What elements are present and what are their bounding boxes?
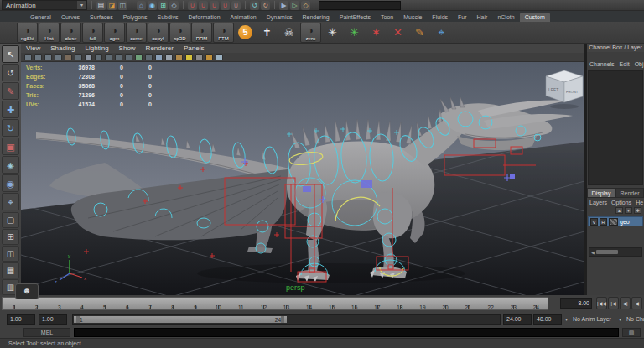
shelf-item-bone-icon[interactable]: ⌖: [431, 23, 452, 43]
resolution-gate-icon[interactable]: [105, 54, 112, 60]
shelf-item-paint-skin-icon[interactable]: ✎: [409, 23, 430, 43]
step-back-frame-button[interactable]: ◀|: [620, 297, 631, 309]
frame-cell[interactable]: 17: [366, 298, 388, 309]
layer-row[interactable]: V R geo: [588, 216, 643, 226]
anim-end-field[interactable]: 48.00: [533, 314, 562, 325]
frame-cell[interactable]: 20: [434, 298, 456, 309]
scene-area[interactable]: Verts: 36978 0 0 Edges: 72308 0 0: [21, 62, 584, 295]
film-gate-icon[interactable]: [95, 54, 102, 60]
shelf-item-ik-handle-icon[interactable]: ✶: [366, 23, 387, 43]
select-camera-icon[interactable]: [24, 54, 32, 60]
shelf-item-zero[interactable]: ◑ zero: [300, 23, 321, 43]
open-scene-icon[interactable]: ◪: [107, 1, 117, 10]
shelf-tab[interactable]: nCloth: [492, 13, 519, 22]
frame-cell[interactable]: 19: [411, 298, 434, 309]
universal-manipulator-tool[interactable]: ◈: [2, 156, 19, 174]
panel-menu-item[interactable]: Shading: [50, 44, 75, 52]
frame-cell[interactable]: 4: [70, 298, 93, 309]
playback-start-field[interactable]: 1.00: [7, 314, 35, 325]
2d-pan-zoom-icon[interactable]: [75, 54, 82, 60]
quick-select-input[interactable]: [319, 1, 401, 10]
safe-title-icon[interactable]: [145, 54, 153, 60]
shelf-tab[interactable]: Rendering: [297, 13, 334, 22]
frame-cell[interactable]: 22: [480, 298, 502, 309]
new-layer-button[interactable]: ✚: [634, 207, 641, 214]
shelf-tab[interactable]: Polygons: [118, 13, 153, 22]
select-tool[interactable]: ↖: [2, 45, 19, 63]
mel-button[interactable]: MEL: [23, 328, 70, 337]
frame-cell[interactable]: 23: [502, 298, 525, 309]
menu-set-selector[interactable]: Animation ▾: [2, 0, 87, 10]
select-component-icon[interactable]: ⊞: [158, 1, 168, 10]
shelf-item-RRM[interactable]: ◑ RRM: [191, 23, 212, 43]
frame-cell[interactable]: 21: [457, 298, 480, 309]
persp-outliner-layout-button[interactable]: ◫: [2, 246, 19, 262]
frame-cell[interactable]: 24: [525, 298, 548, 309]
camera-attributes-icon[interactable]: [44, 54, 52, 60]
time-slider[interactable]: 123456789101112131415161718192021222324: [2, 297, 548, 310]
shelf-tab[interactable]: Custom: [520, 13, 550, 22]
shelf-item-character-icon[interactable]: ✝: [257, 23, 278, 43]
ipr-render-icon[interactable]: ▷: [290, 1, 299, 10]
textured-icon[interactable]: [175, 54, 183, 60]
character-caret-icon[interactable]: ▾: [619, 316, 621, 322]
shadows-icon[interactable]: [195, 54, 203, 60]
panel-menu-item[interactable]: View: [26, 44, 40, 52]
range-slider-track[interactable]: 1 24: [72, 314, 501, 325]
shelf-item-sp3D[interactable]: ◑ sp3D: [169, 23, 190, 43]
frame-cell[interactable]: 15: [320, 298, 343, 309]
shelf-item-Hist[interactable]: ◑ Hist: [39, 23, 60, 43]
safe-action-icon[interactable]: [135, 54, 143, 60]
layer-editor-tab[interactable]: Render: [615, 188, 644, 198]
current-time-field[interactable]: 8.00: [560, 298, 592, 309]
shelf-item-ngSki[interactable]: ◑ ngSki: [17, 23, 38, 43]
channel-box-menu-item[interactable]: Channels: [589, 61, 615, 67]
single-pane-layout-button[interactable]: ▢: [2, 212, 19, 228]
save-scene-icon[interactable]: ◫: [118, 1, 127, 10]
frame-cell[interactable]: 18: [388, 298, 411, 309]
scrollbar-thumb[interactable]: [596, 250, 618, 254]
paint-select-tool[interactable]: ✎: [2, 82, 19, 100]
frame-cell[interactable]: 2: [25, 298, 48, 309]
panel-menu-item[interactable]: Renderer: [146, 44, 174, 52]
frame-cell[interactable]: 13: [275, 298, 298, 309]
move-layer-up-button[interactable]: ▲: [615, 207, 623, 214]
use-all-lights-icon[interactable]: [185, 54, 193, 60]
shelf-tab[interactable]: PaintEffects: [335, 13, 376, 22]
channel-box-list[interactable]: [588, 70, 643, 185]
anim-start-field[interactable]: 1.00: [39, 314, 67, 325]
lock-camera-icon[interactable]: [34, 54, 42, 60]
layer-editor-tab[interactable]: Display: [587, 188, 615, 198]
scroll-left-icon[interactable]: ◀: [589, 250, 596, 255]
grid-icon[interactable]: [85, 54, 92, 60]
four-pane-layout-button[interactable]: ⊞: [2, 229, 19, 245]
snap-live-icon[interactable]: ∪: [231, 1, 241, 10]
shelf-tab[interactable]: Dynamics: [262, 13, 298, 22]
layer-color-swatch[interactable]: [609, 218, 618, 226]
frame-cell[interactable]: 8: [162, 298, 184, 309]
shelf-tab[interactable]: Animation: [226, 13, 262, 22]
shelf-item-copyI[interactable]: ◑ copyI: [148, 23, 169, 43]
snap-plane-icon[interactable]: ∪: [221, 1, 230, 10]
anim-layer-caret-icon[interactable]: ▾: [565, 316, 568, 322]
move-tool[interactable]: ✚: [2, 101, 19, 118]
view-cube-front-label[interactable]: FRONT: [566, 90, 579, 94]
frame-cell[interactable]: 10: [207, 298, 230, 309]
shelf-tab[interactable]: Toon: [376, 13, 398, 22]
shelf-item-joint-icon[interactable]: ✳: [344, 23, 365, 43]
field-chart-icon[interactable]: [125, 54, 132, 60]
layer-menu-item[interactable]: Layers: [589, 200, 607, 205]
anim-layer-dropdown[interactable]: No Anim Layer: [573, 316, 611, 322]
shelf-item-full[interactable]: ◑ full: [82, 23, 103, 43]
shelf-item-come[interactable]: ◑ come: [126, 23, 147, 43]
select-hierarchy-icon[interactable]: ⌂: [137, 1, 146, 10]
shaded-icon[interactable]: [165, 54, 173, 60]
panel-scrollbar[interactable]: ◀: [589, 247, 642, 257]
range-end-handle[interactable]: [281, 316, 284, 323]
new-scene-icon[interactable]: ▤: [96, 1, 106, 10]
command-line-input[interactable]: [74, 328, 619, 337]
xray-icon[interactable]: [216, 54, 223, 60]
show-manipulator-tool[interactable]: ⌖: [2, 193, 19, 210]
shelf-item-skeleton-icon[interactable]: ✳: [322, 23, 343, 43]
frame-cell[interactable]: 9: [184, 298, 207, 309]
